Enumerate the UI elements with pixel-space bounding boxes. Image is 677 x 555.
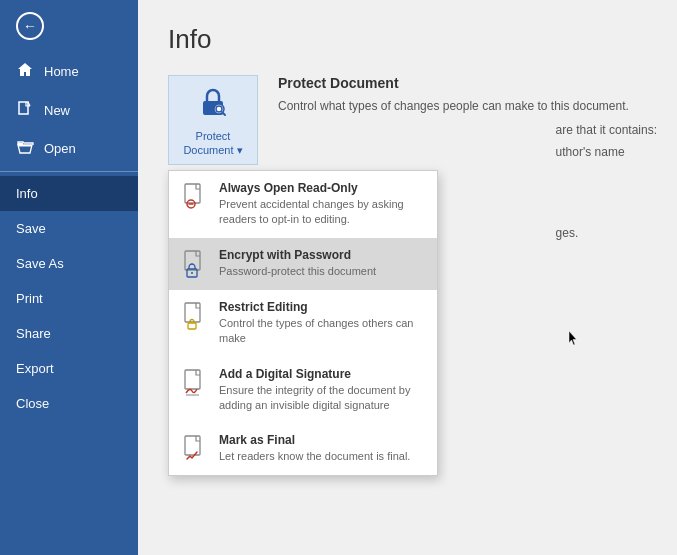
sidebar-item-export-label: Export bbox=[16, 361, 54, 376]
sidebar-item-save[interactable]: Save bbox=[0, 211, 138, 246]
sidebar-item-home-label: Home bbox=[44, 64, 79, 79]
sidebar-item-home[interactable]: Home bbox=[0, 52, 138, 91]
final-title: Mark as Final bbox=[219, 433, 410, 447]
dropdown-item-encrypt[interactable]: Encrypt with Password Password-protect t… bbox=[169, 238, 437, 290]
sidebar: ← Home New Open bbox=[0, 0, 138, 555]
encrypt-text: Encrypt with Password Password-protect t… bbox=[219, 248, 376, 279]
back-arrow-icon: ← bbox=[16, 12, 44, 40]
svg-rect-2 bbox=[18, 145, 32, 147]
sidebar-item-share-label: Share bbox=[16, 326, 51, 341]
sidebar-item-open-label: Open bbox=[44, 141, 76, 156]
svg-rect-10 bbox=[185, 251, 200, 270]
sidebar-item-close[interactable]: Close bbox=[0, 386, 138, 421]
dropdown-item-restrict[interactable]: Restrict Editing Control the types of ch… bbox=[169, 290, 437, 357]
final-desc: Let readers know the document is final. bbox=[219, 449, 410, 464]
restrict-icon bbox=[181, 300, 209, 332]
signature-desc: Ensure the integrity of the document by … bbox=[219, 383, 425, 414]
svg-rect-0 bbox=[19, 102, 28, 114]
dropdown-item-read-only[interactable]: Always Open Read-Only Prevent accidental… bbox=[169, 171, 437, 238]
main-content: Info ProtectDocument ▾ Protect Documen bbox=[138, 0, 677, 555]
svg-point-12 bbox=[191, 272, 193, 274]
cursor bbox=[568, 330, 578, 346]
sidebar-item-open[interactable]: Open bbox=[0, 130, 138, 167]
encrypt-title: Encrypt with Password bbox=[219, 248, 376, 262]
sidebar-item-share[interactable]: Share bbox=[0, 316, 138, 351]
protect-description: Control what types of changes people can… bbox=[278, 97, 629, 115]
protect-document-label: ProtectDocument ▾ bbox=[183, 130, 242, 156]
open-icon bbox=[16, 140, 34, 157]
svg-rect-14 bbox=[188, 323, 196, 329]
svg-line-6 bbox=[223, 113, 226, 116]
svg-rect-17 bbox=[185, 436, 200, 455]
sidebar-item-save-as[interactable]: Save As bbox=[0, 246, 138, 281]
sidebar-item-export[interactable]: Export bbox=[0, 351, 138, 386]
dropdown-item-signature[interactable]: Add a Digital Signature Ensure the integ… bbox=[169, 357, 437, 424]
read-only-desc: Prevent accidental changes by asking rea… bbox=[219, 197, 425, 228]
sidebar-item-new-label: New bbox=[44, 103, 70, 118]
sidebar-item-info[interactable]: Info bbox=[0, 176, 138, 211]
info-partial-text: are that it contains: uthor's name ges. bbox=[556, 120, 657, 245]
dropdown-item-final[interactable]: Mark as Final Let readers know the docum… bbox=[169, 423, 437, 475]
final-text: Mark as Final Let readers know the docum… bbox=[219, 433, 410, 464]
protect-document-button[interactable]: ProtectDocument ▾ bbox=[168, 75, 258, 165]
sidebar-item-close-label: Close bbox=[16, 396, 49, 411]
page-title: Info bbox=[168, 24, 647, 55]
restrict-text: Restrict Editing Control the types of ch… bbox=[219, 300, 425, 347]
sidebar-item-info-label: Info bbox=[16, 186, 38, 201]
back-button[interactable]: ← bbox=[0, 0, 138, 52]
read-only-title: Always Open Read-Only bbox=[219, 181, 425, 195]
sidebar-item-new[interactable]: New bbox=[0, 91, 138, 130]
protect-dropdown-menu: Always Open Read-Only Prevent accidental… bbox=[168, 170, 438, 476]
sidebar-item-save-as-label: Save As bbox=[16, 256, 64, 271]
restrict-desc: Control the types of changes others can … bbox=[219, 316, 425, 347]
sidebar-item-save-label: Save bbox=[16, 221, 46, 236]
home-icon bbox=[16, 62, 34, 81]
signature-text: Add a Digital Signature Ensure the integ… bbox=[219, 367, 425, 414]
sidebar-item-print-label: Print bbox=[16, 291, 43, 306]
protect-heading: Protect Document bbox=[278, 75, 629, 91]
lock-icon bbox=[195, 83, 231, 126]
sidebar-item-print[interactable]: Print bbox=[0, 281, 138, 316]
signature-icon bbox=[181, 367, 209, 399]
sidebar-divider bbox=[0, 171, 138, 172]
signature-title: Add a Digital Signature bbox=[219, 367, 425, 381]
read-only-text: Always Open Read-Only Prevent accidental… bbox=[219, 181, 425, 228]
read-only-icon bbox=[181, 181, 209, 213]
new-icon bbox=[16, 101, 34, 120]
encrypt-icon bbox=[181, 248, 209, 280]
restrict-title: Restrict Editing bbox=[219, 300, 425, 314]
svg-rect-15 bbox=[185, 370, 200, 389]
encrypt-desc: Password-protect this document bbox=[219, 264, 376, 279]
final-icon bbox=[181, 433, 209, 465]
